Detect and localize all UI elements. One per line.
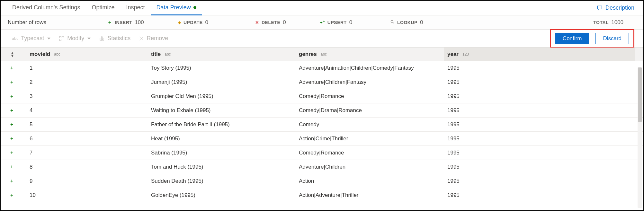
cell-title: GoldenEye (1995): [151, 192, 299, 198]
column-header-title[interactable]: title abc: [151, 51, 299, 57]
app-frame: Derived Column's Settings Optimize Inspe…: [0, 0, 644, 211]
cell-year: 1995: [444, 174, 635, 188]
cell-genres: Action|Crime|Thriller: [299, 136, 444, 142]
close-icon: [139, 36, 144, 41]
tool-label: Remove: [147, 35, 168, 42]
row-insert-icon: +: [10, 136, 30, 142]
table-row[interactable]: +2Jumanji (1995)Adventure|Children|Fanta…: [1, 75, 643, 89]
chart-icon: [99, 36, 105, 41]
scrollbar-thumb[interactable]: [638, 67, 642, 122]
stat-name: UPDATE: [183, 20, 203, 25]
cell-movieId: 9: [30, 178, 151, 184]
column-label: title: [151, 51, 161, 57]
button-label: Confirm: [563, 35, 582, 42]
cell-title: Jumanji (1995): [151, 79, 299, 85]
cell-movieId: 5: [30, 121, 151, 128]
scrollbar-track[interactable]: [638, 67, 642, 208]
confirm-discard-highlight: Confirm Discard: [550, 29, 634, 48]
column-header-year[interactable]: year 123: [444, 48, 635, 61]
column-header-genres[interactable]: genres abc: [299, 51, 444, 57]
chevron-down-icon: [87, 38, 91, 40]
sort-column[interactable]: ▲▼: [10, 51, 30, 57]
stat-value: 0: [283, 19, 286, 26]
row-insert-icon: +: [10, 164, 30, 170]
stat-name: LOOKUP: [397, 20, 417, 25]
modify-button[interactable]: Modify: [59, 35, 91, 42]
stat-name: DELETE: [262, 20, 280, 25]
cell-title: Grumpier Old Men (1995): [151, 93, 299, 100]
confirm-button[interactable]: Confirm: [555, 33, 589, 44]
svg-rect-3: [62, 36, 64, 38]
plus-icon: ＋: [107, 19, 112, 25]
tab-label: Inspect: [126, 4, 145, 11]
cell-movieId: 1: [30, 65, 151, 71]
table-row[interactable]: +3Grumpier Old Men (1995)Comedy|Romance1…: [1, 89, 643, 103]
cell-genres: Adventure|Children|Fantasy: [299, 79, 444, 85]
cell-genres: Action|Adventure|Thriller: [299, 192, 444, 198]
row-insert-icon: +: [10, 178, 30, 184]
svg-rect-2: [60, 36, 61, 38]
stat-upsert: ✦+ UPSERT 0: [319, 19, 390, 26]
stat-value: 100: [135, 19, 144, 26]
stat-insert: ＋ INSERT 100: [107, 19, 178, 26]
tab-label: Data Preview: [157, 4, 191, 11]
row-insert-icon: +: [10, 93, 30, 99]
cell-movieId: 2: [30, 79, 151, 85]
stat-lookup: LOOKUP 0: [390, 19, 454, 26]
search-icon: [390, 20, 395, 25]
discard-button[interactable]: Discard: [595, 33, 629, 44]
svg-rect-4: [60, 39, 61, 40]
tab-label: Optimize: [92, 4, 115, 11]
tab-optimize[interactable]: Optimize: [86, 1, 121, 15]
cell-year: 1995: [444, 132, 635, 145]
button-label: Discard: [603, 35, 622, 42]
cell-title: Father of the Bride Part II (1995): [151, 121, 299, 128]
cell-movieId: 3: [30, 93, 151, 100]
description-link[interactable]: Description: [596, 4, 638, 11]
cell-year: 1995: [444, 118, 635, 131]
column-label: movieId: [30, 51, 50, 57]
stat-value: 1000: [611, 19, 623, 26]
cell-year: 1995: [444, 103, 635, 117]
tabs-row: Derived Column's Settings Optimize Inspe…: [1, 1, 643, 15]
stat-name: TOTAL: [593, 20, 609, 25]
cell-year: 1995: [444, 160, 635, 174]
cell-title: Sudden Death (1995): [151, 178, 299, 184]
column-header-movieId[interactable]: movieId abc: [30, 51, 151, 57]
cell-title: Heat (1995): [151, 136, 299, 142]
table-row[interactable]: +4Waiting to Exhale (1995)Comedy|Drama|R…: [1, 103, 643, 118]
tab-data-preview[interactable]: Data Preview: [151, 1, 202, 15]
cell-movieId: 6: [30, 136, 151, 142]
svg-line-1: [393, 22, 394, 24]
statistics-button[interactable]: Statistics: [99, 35, 130, 42]
cell-movieId: 10: [30, 192, 151, 198]
cell-year: 1995: [444, 61, 635, 75]
row-insert-icon: +: [10, 108, 30, 113]
table-row[interactable]: +5Father of the Bride Part II (1995)Come…: [1, 118, 643, 132]
cell-title: Waiting to Exhale (1995): [151, 107, 299, 114]
table-row[interactable]: +8Tom and Huck (1995)Adventure|Children1…: [1, 160, 643, 174]
table-row[interactable]: +7Sabrina (1995)Comedy|Romance1995: [1, 146, 643, 160]
tab-derived-column-settings[interactable]: Derived Column's Settings: [6, 1, 86, 15]
stat-value: 0: [420, 19, 423, 26]
cell-title: Sabrina (1995): [151, 150, 299, 156]
type-tag: abc: [53, 52, 61, 57]
remove-button[interactable]: Remove: [139, 35, 168, 42]
cell-genres: Comedy|Romance: [299, 93, 444, 100]
sort-icon: ▲▼: [10, 51, 14, 57]
table-row[interactable]: +9Sudden Death (1995)Action1995: [1, 174, 643, 188]
stat-name: INSERT: [115, 20, 132, 25]
stat-update: ◆ UPDATE 0: [178, 19, 255, 26]
comment-icon: [596, 5, 603, 11]
cell-year: 1995: [444, 188, 635, 202]
row-insert-icon: +: [10, 192, 30, 198]
tool-label: Typecast: [21, 35, 44, 42]
tool-label: Statistics: [107, 35, 130, 42]
tool-label: Modify: [67, 35, 84, 42]
cell-title: Toy Story (1995): [151, 65, 299, 71]
table-row[interactable]: +10GoldenEye (1995)Action|Adventure|Thri…: [1, 188, 643, 202]
table-row[interactable]: +1Toy Story (1995)Adventure|Animation|Ch…: [1, 61, 643, 75]
tab-inspect[interactable]: Inspect: [121, 1, 151, 15]
table-row[interactable]: +6Heat (1995)Action|Crime|Thriller1995: [1, 132, 643, 146]
typecast-button[interactable]: abc Typecast: [12, 35, 50, 42]
